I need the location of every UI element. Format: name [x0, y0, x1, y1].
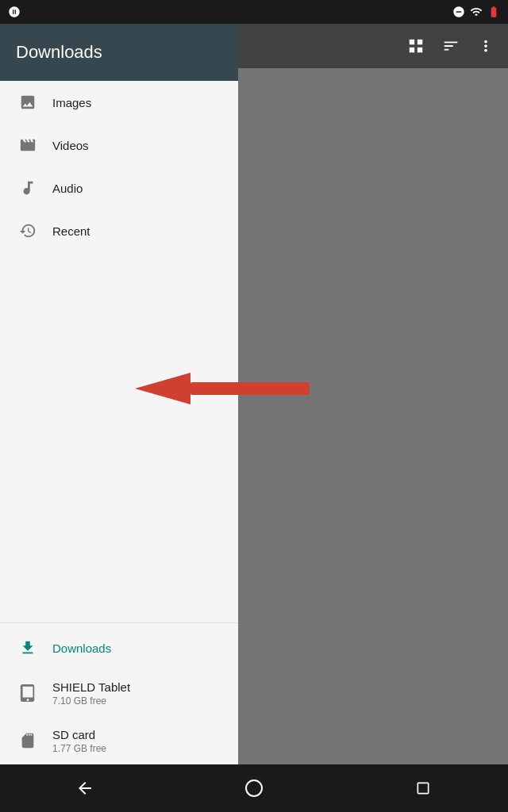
sdcard-text: SD card 1.77 GB free	[52, 728, 106, 754]
home-button[interactable]	[230, 772, 278, 804]
recent-icon	[16, 219, 40, 243]
svg-point-2	[246, 780, 262, 796]
svg-rect-3	[418, 783, 429, 793]
nav-item-recent[interactable]: Recent	[0, 209, 238, 252]
status-right	[452, 6, 500, 18]
nav-item-downloads[interactable]: Downloads	[0, 626, 238, 669]
sdcard-name: SD card	[52, 728, 106, 741]
shield-tablet-text: SHIELD Tablet 7.10 GB free	[52, 680, 130, 707]
nav-divider	[0, 622, 238, 623]
more-options-button[interactable]	[470, 30, 502, 62]
sort-button[interactable]	[435, 30, 467, 62]
recent-apps-button[interactable]	[399, 772, 447, 804]
sdcard-detail: 1.77 GB free	[52, 743, 106, 754]
sdcard-icon	[16, 729, 40, 753]
grid-view-button[interactable]	[400, 30, 432, 62]
bottom-navigation	[0, 764, 508, 812]
dnd-icon	[452, 6, 465, 18]
shield-tablet-detail: 7.10 GB free	[52, 695, 130, 707]
image-icon	[16, 90, 40, 114]
navigation-drawer: Downloads Images Videos Audio	[0, 24, 238, 812]
tablet-icon	[16, 681, 40, 705]
downloads-icon	[16, 636, 40, 660]
nav-item-images[interactable]: Images	[0, 81, 238, 124]
storage-item-shield[interactable]: SHIELD Tablet 7.10 GB free	[0, 669, 238, 717]
audio-icon	[16, 176, 40, 200]
videos-label: Videos	[52, 139, 89, 152]
storage-item-sdcard[interactable]: SD card 1.77 GB free	[0, 717, 238, 764]
downloads-label: Downloads	[52, 642, 111, 655]
drawer-title: Downloads	[16, 42, 102, 63]
nav-list: Images Videos Audio Recent	[0, 81, 238, 619]
download-status-icon	[8, 6, 21, 18]
battery-icon	[487, 6, 500, 18]
main-content	[238, 24, 508, 788]
status-left	[8, 6, 21, 18]
back-button[interactable]	[61, 772, 109, 804]
shield-tablet-name: SHIELD Tablet	[52, 680, 130, 694]
recent-label: Recent	[52, 224, 90, 238]
audio-label: Audio	[52, 182, 83, 195]
status-bar	[0, 0, 508, 24]
wifi-icon	[470, 6, 483, 18]
images-label: Images	[52, 96, 91, 109]
main-toolbar	[238, 24, 508, 68]
nav-item-audio[interactable]: Audio	[0, 167, 238, 209]
nav-item-videos[interactable]: Videos	[0, 124, 238, 167]
drawer-header: Downloads	[0, 24, 238, 81]
video-icon	[16, 133, 40, 157]
